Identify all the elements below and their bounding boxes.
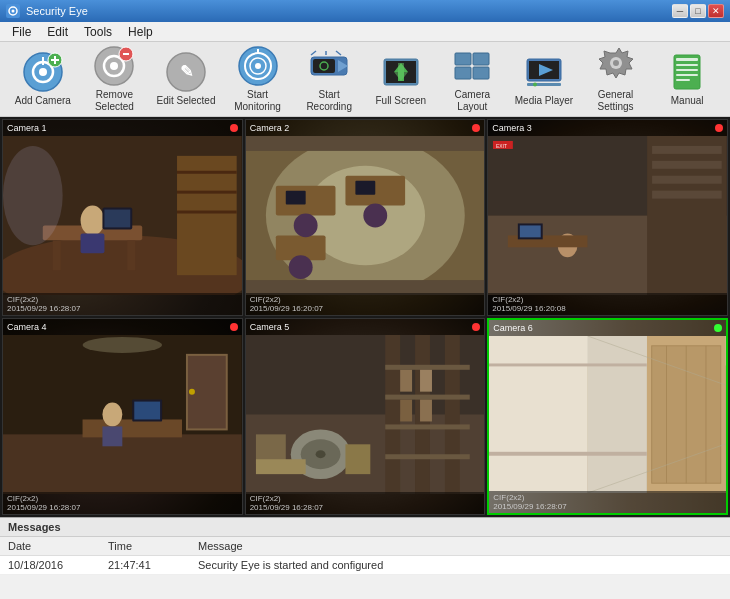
camera-3-info: CIF(2x2) 2015/09/29 16:20:08 [488, 293, 727, 315]
camera-4-timestamp: 2015/09/29 16:28:07 [7, 503, 80, 512]
start-recording-button[interactable]: Start Recording [294, 47, 364, 112]
general-settings-icon [595, 45, 637, 87]
svg-point-62 [3, 146, 63, 245]
camera-layout-button[interactable]: Camera Layout [438, 47, 508, 112]
camera-2-overlay: Camera 2 [246, 120, 485, 136]
menu-bar: File Edit Tools Help [0, 22, 730, 42]
camera-6-resolution: CIF(2x2) [493, 493, 524, 502]
camera-grid-container: Camera 1 [0, 117, 730, 517]
messages-panel: Messages Date Time Message 10/18/2016 21… [0, 517, 730, 575]
camera-cell-5[interactable]: Camera 5 [245, 318, 486, 515]
add-camera-button[interactable]: Add Camera [8, 47, 78, 112]
svg-rect-55 [81, 233, 105, 253]
menu-tools[interactable]: Tools [76, 23, 120, 41]
title-bar: Security Eye ─ □ ✕ [0, 0, 730, 22]
camera-2-info: CIF(2x2) 2015/09/29 16:20:07 [246, 293, 485, 315]
start-recording-label: Start Recording [297, 89, 361, 113]
svg-rect-120 [345, 444, 370, 474]
camera-6-status [714, 324, 722, 332]
media-player-button[interactable]: Media Player [509, 47, 579, 112]
svg-rect-108 [385, 395, 470, 400]
camera-5-info: CIF(2x2) 2015/09/29 16:28:07 [246, 492, 485, 514]
svg-point-19 [255, 63, 261, 69]
svg-rect-114 [420, 400, 432, 422]
edit-selected-button[interactable]: ✎ Edit Selected [151, 47, 221, 112]
camera-grid: Camera 1 [2, 119, 728, 515]
svg-point-4 [39, 68, 47, 76]
menu-help[interactable]: Help [120, 23, 161, 41]
media-player-label: Media Player [515, 95, 573, 107]
close-button[interactable]: ✕ [708, 4, 724, 18]
camera-1-status [230, 124, 238, 132]
camera-cell-2[interactable]: Camera 2 [245, 119, 486, 316]
camera-4-content [3, 335, 242, 494]
camera-3-title: Camera 3 [492, 123, 532, 133]
camera-4-overlay: Camera 4 [3, 319, 242, 335]
camera-4-title: Camera 4 [7, 322, 47, 332]
svg-text:✎: ✎ [179, 63, 192, 80]
svg-rect-82 [652, 161, 722, 169]
svg-rect-35 [473, 67, 489, 79]
camera-1-timestamp: 2015/09/29 16:28:07 [7, 304, 80, 313]
general-settings-label: General Settings [584, 89, 648, 113]
svg-text:EXIT: EXIT [496, 144, 507, 149]
edit-selected-label: Edit Selected [157, 95, 216, 107]
svg-rect-80 [647, 136, 727, 295]
minimize-button[interactable]: ─ [672, 4, 688, 18]
camera-5-timestamp: 2015/09/29 16:28:07 [250, 503, 323, 512]
toolbar: Add Camera Remove Selected ✎ Edit Select… [0, 42, 730, 117]
window-title: Security Eye [26, 5, 88, 17]
svg-rect-60 [177, 191, 237, 194]
svg-rect-45 [676, 64, 698, 66]
svg-point-11 [110, 62, 118, 70]
svg-rect-107 [385, 365, 470, 370]
remove-selected-icon [93, 45, 135, 87]
menu-file[interactable]: File [4, 23, 39, 41]
camera-2-content [246, 136, 485, 295]
edit-selected-icon: ✎ [165, 51, 207, 93]
start-monitoring-button[interactable]: Start Monitoring [223, 47, 293, 112]
add-camera-icon [22, 51, 64, 93]
svg-rect-133 [489, 452, 647, 456]
camera-2-timestamp: 2015/09/29 16:20:07 [250, 304, 323, 313]
svg-rect-53 [127, 240, 135, 270]
svg-point-100 [189, 389, 195, 395]
svg-rect-59 [177, 171, 237, 174]
svg-line-27 [336, 51, 341, 55]
svg-rect-74 [355, 181, 375, 195]
camera-cell-4[interactable]: Camera 4 [2, 318, 243, 515]
svg-rect-111 [400, 370, 412, 392]
camera-5-content [246, 335, 485, 494]
camera-6-content [489, 336, 726, 493]
svg-rect-39 [527, 83, 561, 86]
camera-4-info: CIF(2x2) 2015/09/29 16:28:07 [3, 492, 242, 514]
start-recording-icon [308, 45, 350, 87]
general-settings-button[interactable]: General Settings [581, 47, 651, 112]
maximize-button[interactable]: □ [690, 4, 706, 18]
camera-2-resolution: CIF(2x2) [250, 295, 281, 304]
svg-point-72 [288, 255, 312, 279]
menu-edit[interactable]: Edit [39, 23, 76, 41]
camera-layout-label: Camera Layout [441, 89, 505, 113]
remove-selected-label: Remove Selected [83, 89, 147, 113]
camera-cell-6[interactable]: Camera 6 [487, 318, 728, 515]
manual-icon [666, 51, 708, 93]
svg-point-96 [102, 403, 122, 427]
svg-rect-104 [385, 335, 400, 494]
manual-button[interactable]: Manual [652, 47, 722, 112]
svg-point-101 [83, 337, 163, 353]
camera-cell-1[interactable]: Camera 1 [2, 119, 243, 316]
full-screen-label: Full Screen [375, 95, 426, 107]
add-camera-label: Add Camera [15, 95, 71, 107]
camera-1-content [3, 136, 242, 295]
camera-6-info: CIF(2x2) 2015/09/29 16:28:07 [489, 491, 726, 513]
svg-marker-130 [588, 336, 647, 493]
svg-rect-22 [313, 59, 335, 73]
camera-2-title: Camera 2 [250, 123, 290, 133]
full-screen-button[interactable]: Full Screen [366, 47, 436, 112]
remove-selected-button[interactable]: Remove Selected [80, 47, 150, 112]
svg-rect-44 [676, 58, 698, 61]
svg-rect-46 [676, 69, 698, 71]
svg-rect-119 [256, 459, 306, 474]
camera-cell-3[interactable]: Camera 3 [487, 119, 728, 316]
